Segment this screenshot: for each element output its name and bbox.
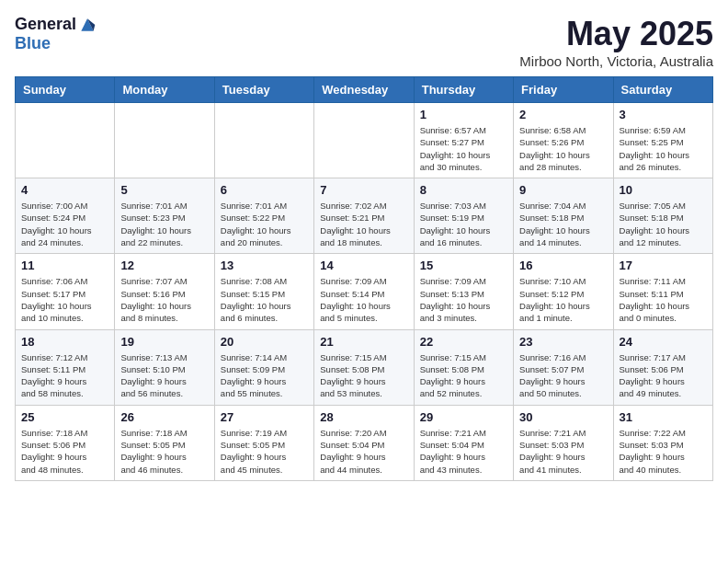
calendar-cell: 7Sunrise: 7:02 AM Sunset: 5:21 PM Daylig… bbox=[314, 178, 414, 254]
day-info: Sunrise: 7:04 AM Sunset: 5:18 PM Dayligh… bbox=[519, 200, 607, 248]
calendar-cell: 3Sunrise: 6:59 AM Sunset: 5:25 PM Daylig… bbox=[613, 103, 712, 178]
day-info: Sunrise: 7:07 AM Sunset: 5:16 PM Dayligh… bbox=[120, 275, 208, 324]
day-number: 7 bbox=[320, 183, 407, 197]
calendar-cell: 9Sunrise: 7:04 AM Sunset: 5:18 PM Daylig… bbox=[514, 178, 613, 254]
calendar-cell: 12Sunrise: 7:07 AM Sunset: 5:16 PM Dayli… bbox=[115, 254, 214, 329]
day-info: Sunrise: 7:05 AM Sunset: 5:18 PM Dayligh… bbox=[620, 200, 707, 248]
day-number: 27 bbox=[221, 410, 308, 424]
day-info: Sunrise: 7:16 AM Sunset: 5:07 PM Dayligh… bbox=[519, 351, 607, 400]
calendar-cell: 4Sunrise: 7:00 AM Sunset: 5:24 PM Daylig… bbox=[16, 178, 115, 254]
calendar-week-4: 18Sunrise: 7:12 AM Sunset: 5:11 PM Dayli… bbox=[16, 329, 713, 405]
logo-icon bbox=[78, 16, 97, 34]
calendar-cell: 25Sunrise: 7:18 AM Sunset: 5:06 PM Dayli… bbox=[16, 405, 115, 480]
day-number: 1 bbox=[420, 108, 507, 121]
calendar-cell bbox=[214, 103, 313, 178]
calendar-cell: 10Sunrise: 7:05 AM Sunset: 5:18 PM Dayli… bbox=[613, 178, 712, 254]
day-number: 25 bbox=[21, 410, 108, 424]
day-info: Sunrise: 7:13 AM Sunset: 5:10 PM Dayligh… bbox=[120, 351, 208, 400]
calendar-cell: 11Sunrise: 7:06 AM Sunset: 5:17 PM Dayli… bbox=[16, 254, 115, 329]
day-info: Sunrise: 7:00 AM Sunset: 5:24 PM Dayligh… bbox=[21, 200, 108, 248]
calendar-cell: 23Sunrise: 7:16 AM Sunset: 5:07 PM Dayli… bbox=[514, 329, 613, 405]
calendar-cell bbox=[16, 103, 115, 178]
weekday-header-monday: Monday bbox=[115, 77, 214, 103]
day-number: 12 bbox=[120, 259, 208, 272]
day-info: Sunrise: 7:03 AM Sunset: 5:19 PM Dayligh… bbox=[420, 200, 507, 248]
calendar-cell: 18Sunrise: 7:12 AM Sunset: 5:11 PM Dayli… bbox=[16, 329, 115, 405]
day-info: Sunrise: 7:08 AM Sunset: 5:15 PM Dayligh… bbox=[221, 275, 308, 324]
calendar-cell: 5Sunrise: 7:01 AM Sunset: 5:23 PM Daylig… bbox=[115, 178, 214, 254]
day-number: 2 bbox=[519, 108, 607, 121]
day-number: 4 bbox=[21, 183, 108, 197]
day-info: Sunrise: 7:11 AM Sunset: 5:11 PM Dayligh… bbox=[620, 275, 707, 324]
day-info: Sunrise: 7:01 AM Sunset: 5:23 PM Dayligh… bbox=[120, 200, 208, 248]
day-number: 6 bbox=[221, 183, 308, 197]
calendar-cell: 20Sunrise: 7:14 AM Sunset: 5:09 PM Dayli… bbox=[214, 329, 313, 405]
weekday-header-friday: Friday bbox=[514, 77, 613, 103]
day-info: Sunrise: 6:59 AM Sunset: 5:25 PM Dayligh… bbox=[620, 124, 707, 173]
day-info: Sunrise: 7:01 AM Sunset: 5:22 PM Dayligh… bbox=[221, 200, 308, 248]
calendar-week-1: 1Sunrise: 6:57 AM Sunset: 5:27 PM Daylig… bbox=[16, 103, 713, 178]
day-number: 14 bbox=[320, 259, 407, 272]
page-header: General Blue May 2025 Mirboo North, Vict… bbox=[15, 15, 713, 69]
day-info: Sunrise: 7:06 AM Sunset: 5:17 PM Dayligh… bbox=[21, 275, 108, 324]
calendar-cell: 21Sunrise: 7:15 AM Sunset: 5:08 PM Dayli… bbox=[314, 329, 414, 405]
calendar-cell: 28Sunrise: 7:20 AM Sunset: 5:04 PM Dayli… bbox=[314, 405, 414, 480]
day-info: Sunrise: 7:12 AM Sunset: 5:11 PM Dayligh… bbox=[21, 351, 108, 400]
calendar-cell: 19Sunrise: 7:13 AM Sunset: 5:10 PM Dayli… bbox=[115, 329, 214, 405]
calendar-week-5: 25Sunrise: 7:18 AM Sunset: 5:06 PM Dayli… bbox=[16, 405, 713, 480]
calendar-cell: 13Sunrise: 7:08 AM Sunset: 5:15 PM Dayli… bbox=[214, 254, 313, 329]
logo-blue-text: Blue bbox=[15, 34, 51, 53]
day-number: 22 bbox=[420, 335, 507, 349]
day-number: 9 bbox=[519, 183, 607, 197]
day-number: 15 bbox=[420, 259, 507, 272]
calendar-cell: 17Sunrise: 7:11 AM Sunset: 5:11 PM Dayli… bbox=[613, 254, 712, 329]
day-info: Sunrise: 7:09 AM Sunset: 5:14 PM Dayligh… bbox=[320, 275, 407, 324]
calendar-cell: 22Sunrise: 7:15 AM Sunset: 5:08 PM Dayli… bbox=[414, 329, 513, 405]
day-info: Sunrise: 7:20 AM Sunset: 5:04 PM Dayligh… bbox=[320, 427, 407, 476]
day-number: 19 bbox=[120, 335, 208, 349]
day-number: 30 bbox=[519, 410, 607, 424]
day-info: Sunrise: 6:58 AM Sunset: 5:26 PM Dayligh… bbox=[519, 124, 607, 173]
calendar-cell: 8Sunrise: 7:03 AM Sunset: 5:19 PM Daylig… bbox=[414, 178, 513, 254]
day-info: Sunrise: 7:02 AM Sunset: 5:21 PM Dayligh… bbox=[320, 200, 407, 248]
day-info: Sunrise: 7:14 AM Sunset: 5:09 PM Dayligh… bbox=[221, 351, 308, 400]
logo-general-text: General bbox=[15, 15, 76, 34]
day-info: Sunrise: 7:15 AM Sunset: 5:08 PM Dayligh… bbox=[320, 351, 407, 400]
day-info: Sunrise: 7:09 AM Sunset: 5:13 PM Dayligh… bbox=[420, 275, 507, 324]
day-number: 17 bbox=[620, 259, 707, 272]
calendar-cell: 15Sunrise: 7:09 AM Sunset: 5:13 PM Dayli… bbox=[414, 254, 513, 329]
day-info: Sunrise: 7:18 AM Sunset: 5:06 PM Dayligh… bbox=[21, 427, 108, 476]
calendar-cell: 27Sunrise: 7:19 AM Sunset: 5:05 PM Dayli… bbox=[214, 405, 313, 480]
location-subtitle: Mirboo North, Victoria, Australia bbox=[519, 53, 713, 69]
day-number: 10 bbox=[620, 183, 707, 197]
calendar-cell: 30Sunrise: 7:21 AM Sunset: 5:03 PM Dayli… bbox=[514, 405, 613, 480]
day-number: 29 bbox=[420, 410, 507, 424]
day-number: 16 bbox=[519, 259, 607, 272]
weekday-header-sunday: Sunday bbox=[16, 77, 115, 103]
day-number: 21 bbox=[320, 335, 407, 349]
weekday-header-wednesday: Wednesday bbox=[314, 77, 414, 103]
month-title: May 2025 bbox=[519, 15, 713, 53]
day-number: 23 bbox=[519, 335, 607, 349]
calendar-cell: 14Sunrise: 7:09 AM Sunset: 5:14 PM Dayli… bbox=[314, 254, 414, 329]
day-number: 31 bbox=[620, 410, 707, 424]
calendar-table: SundayMondayTuesdayWednesdayThursdayFrid… bbox=[15, 76, 713, 481]
calendar-week-3: 11Sunrise: 7:06 AM Sunset: 5:17 PM Dayli… bbox=[16, 254, 713, 329]
day-number: 24 bbox=[620, 335, 707, 349]
day-info: Sunrise: 7:21 AM Sunset: 5:03 PM Dayligh… bbox=[519, 427, 607, 476]
calendar-week-2: 4Sunrise: 7:00 AM Sunset: 5:24 PM Daylig… bbox=[16, 178, 713, 254]
day-number: 26 bbox=[120, 410, 208, 424]
day-number: 3 bbox=[620, 108, 707, 121]
day-number: 18 bbox=[21, 335, 108, 349]
logo: General Blue bbox=[15, 15, 97, 53]
day-info: Sunrise: 7:15 AM Sunset: 5:08 PM Dayligh… bbox=[420, 351, 507, 400]
title-block: May 2025 Mirboo North, Victoria, Austral… bbox=[519, 15, 713, 69]
day-info: Sunrise: 6:57 AM Sunset: 5:27 PM Dayligh… bbox=[420, 124, 507, 173]
weekday-header-thursday: Thursday bbox=[414, 77, 513, 103]
day-info: Sunrise: 7:21 AM Sunset: 5:04 PM Dayligh… bbox=[420, 427, 507, 476]
day-number: 28 bbox=[320, 410, 407, 424]
day-number: 11 bbox=[21, 259, 108, 272]
day-info: Sunrise: 7:18 AM Sunset: 5:05 PM Dayligh… bbox=[120, 427, 208, 476]
day-number: 8 bbox=[420, 183, 507, 197]
calendar-cell: 24Sunrise: 7:17 AM Sunset: 5:06 PM Dayli… bbox=[613, 329, 712, 405]
